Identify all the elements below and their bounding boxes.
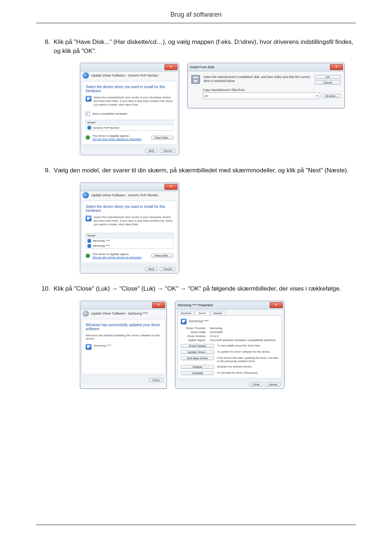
- model-listbox[interactable]: Model Generic PnP Monitor: [86, 120, 173, 131]
- tab-driver[interactable]: Driver: [195, 311, 209, 315]
- device-icon: [86, 344, 91, 350]
- driver-details-button[interactable]: Driver Details: [181, 344, 214, 348]
- signer-value: microsoft windows hardware compatibility…: [210, 338, 279, 342]
- tab-bar: General Driver Details: [175, 309, 284, 315]
- provider-value: Samsung: [210, 327, 279, 330]
- date-label: Driver Date:: [181, 331, 206, 334]
- step-8-screenshots: ✕ ← Update Driver Software - Generic PnP…: [80, 63, 356, 155]
- rollback-driver-desc: If the device fails after updating the d…: [217, 356, 279, 363]
- list-item: Generic PnP Monitor: [86, 125, 173, 130]
- cancel-button[interactable]: Cancel: [315, 81, 341, 85]
- date-value: 4/14/2005: [210, 331, 279, 334]
- step-10: 10. Klik på "Close" (Luk) → "Close" (Luk…: [36, 284, 356, 294]
- monitor-icon: [87, 239, 91, 243]
- titlebar: Install From Disk ✕: [188, 63, 344, 71]
- tab-general[interactable]: General: [177, 311, 194, 315]
- breadcrumb: ← Update Driver Software - Samsung ****: [80, 309, 167, 317]
- have-disk-button[interactable]: Have Disk...: [151, 136, 173, 140]
- list-header: Model: [86, 233, 173, 238]
- rollback-driver-button[interactable]: Roll Back Driver: [181, 356, 214, 360]
- device-icon: [86, 216, 91, 221]
- next-button[interactable]: Next: [145, 149, 158, 153]
- model-listbox[interactable]: Model Samsung **** Samsung ****: [86, 233, 173, 249]
- list-item: Samsung ****: [86, 243, 173, 249]
- close-icon[interactable]: ✕: [152, 302, 165, 308]
- update-driver-button[interactable]: Update Driver...: [181, 350, 214, 354]
- signed-link[interactable]: Tell me why driver signing is important: [92, 138, 149, 141]
- dialog-heading: Select the device driver you want to ins…: [86, 85, 173, 93]
- cancel-button[interactable]: Cancel: [160, 267, 175, 271]
- breadcrumb-text: Update Driver Software - Samsung ****: [91, 312, 148, 315]
- breadcrumb-text: Update Driver Software - Generic PnP Mon…: [91, 193, 158, 197]
- dialog-select-model: ✕ ← Update Driver Software - Generic PnP…: [80, 182, 179, 274]
- step-9-screenshots: ✕ ← Update Driver Software - Generic PnP…: [80, 182, 356, 274]
- version-value: 2.0.0.0: [210, 335, 279, 338]
- breadcrumb: ← Update Driver Software - Generic PnP M…: [80, 191, 179, 199]
- cancel-button[interactable]: Cancel: [265, 382, 281, 386]
- uninstall-desc: To uninstall the driver (Advanced).: [217, 371, 279, 374]
- titlebar: ✕: [80, 183, 179, 191]
- disable-desc: Disables the selected device.: [217, 365, 279, 368]
- dialog-title: Install From Disk: [190, 65, 214, 69]
- dialog-update-driver-have-disk: ✕ ← Update Driver Software - Generic PnP…: [80, 63, 179, 155]
- step-10-text: Klik på "Close" (Luk) → "Close" (Luk) → …: [54, 284, 356, 294]
- shield-icon: [86, 254, 90, 258]
- close-icon[interactable]: ✕: [164, 184, 177, 190]
- back-icon[interactable]: ←: [82, 72, 89, 79]
- step-10-screenshots: ✕ ← Update Driver Software - Samsung ***…: [80, 301, 356, 389]
- uninstall-button[interactable]: Uninstall: [181, 371, 214, 375]
- step-8: 8. Klik på "Have Disk..." (Har diskette/…: [36, 38, 356, 56]
- browse-button[interactable]: Browse...: [322, 94, 341, 98]
- install-msg: Insert the manufacturer's installation d…: [204, 75, 311, 85]
- close-icon[interactable]: ✕: [164, 64, 177, 70]
- signed-text: This driver is digitally signed.: [92, 253, 149, 256]
- back-icon: ←: [82, 310, 89, 317]
- chevron-down-icon[interactable]: ▾: [314, 94, 320, 98]
- step-9-number: 9.: [36, 166, 54, 175]
- disable-button[interactable]: Disable: [181, 365, 214, 369]
- close-button[interactable]: Close: [249, 382, 263, 386]
- driver-details-desc: To view details about the driver files.: [217, 344, 279, 347]
- signed-link[interactable]: Tell me why driver signing is important: [92, 256, 149, 259]
- breadcrumb: ← Update Driver Software - Generic PnP M…: [80, 71, 179, 79]
- step-8-text: Klik på "Have Disk..." (Har diskette/cd……: [54, 38, 356, 56]
- back-icon[interactable]: ←: [82, 192, 89, 198]
- device-icon: [181, 319, 187, 324]
- footer-rule: [36, 525, 356, 525]
- list-item: Samsung ****: [86, 238, 173, 243]
- shield-icon: [86, 135, 90, 140]
- copy-from-label: Copy manufacturer's files from:: [203, 88, 341, 92]
- dialog-heading: Windows has successfully updated your dr…: [86, 323, 161, 331]
- close-icon[interactable]: ✕: [270, 302, 283, 308]
- close-icon[interactable]: ✕: [330, 64, 343, 70]
- dialog-title: Samsung **** Properties: [177, 303, 213, 307]
- next-button[interactable]: Next: [145, 267, 158, 271]
- titlebar: ✕: [80, 63, 179, 71]
- dialog-install-from-disk: Install From Disk ✕ Insert the manufactu…: [187, 63, 345, 108]
- dialog-device-properties: Samsung **** Properties ✕ General Driver…: [175, 301, 285, 389]
- page-title: Brug af softwaren: [36, 11, 356, 23]
- signed-text: This driver is digitally signed.: [92, 134, 149, 138]
- dialog-subtext: Select the manufacturer and model of you…: [94, 96, 173, 107]
- provider-label: Driver Provider:: [181, 327, 206, 330]
- tab-details[interactable]: Details: [210, 311, 225, 315]
- breadcrumb-text: Update Driver Software - Generic PnP Mon…: [91, 74, 158, 77]
- titlebar: Samsung **** Properties ✕: [175, 301, 284, 309]
- titlebar: ✕: [80, 301, 167, 309]
- dialog-update-success: ✕ ← Update Driver Software - Samsung ***…: [80, 301, 167, 389]
- signer-label: Digital Signer:: [181, 338, 206, 342]
- step-9: 9. Vælg den model, der svarer til din sk…: [36, 166, 356, 175]
- dialog-subtext: Select the manufacturer and model of you…: [94, 216, 173, 226]
- have-disk-button[interactable]: Have Disk...: [151, 254, 173, 258]
- show-compatible-checkbox[interactable]: [86, 112, 90, 116]
- cancel-button[interactable]: Cancel: [160, 149, 175, 153]
- dialog-subtext: Windows has finished installing the driv…: [86, 334, 161, 340]
- path-value: A:\: [203, 94, 314, 98]
- step-10-number: 10.: [36, 284, 54, 294]
- close-button[interactable]: Close: [149, 378, 163, 382]
- header-rule: [36, 23, 356, 23]
- step-8-number: 8.: [36, 38, 54, 56]
- update-driver-desc: To update the driver software for this d…: [217, 350, 279, 353]
- ok-button[interactable]: OK: [315, 75, 341, 79]
- path-combobox[interactable]: A:\ ▾: [203, 93, 320, 99]
